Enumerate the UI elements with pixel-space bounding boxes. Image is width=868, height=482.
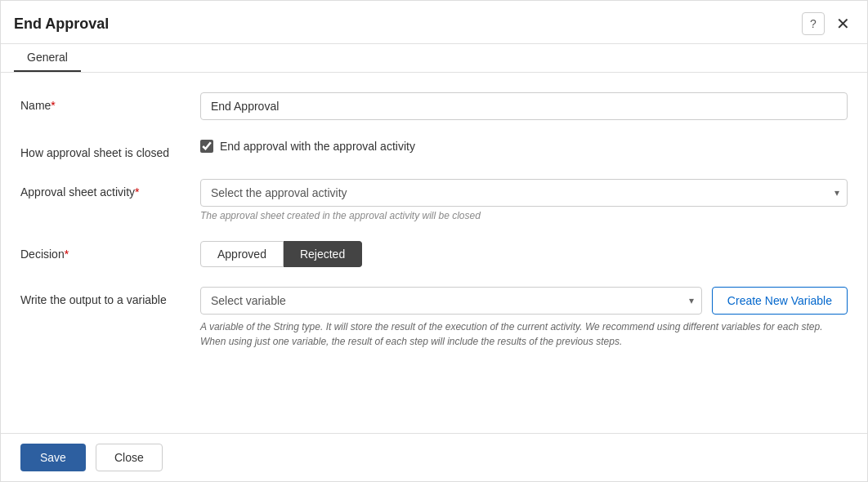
decision-toggle: Approved Rejected bbox=[200, 241, 848, 267]
dialog-header: End Approval ? ✕ bbox=[1, 1, 867, 44]
output-label: Write the output to a variable bbox=[20, 287, 200, 306]
close-button[interactable]: Close bbox=[96, 444, 163, 471]
checkbox-wrapper: End approval with the approval activity bbox=[200, 140, 848, 153]
decision-label: Decision* bbox=[20, 241, 200, 261]
variable-select-wrapper: Select variable ▾ bbox=[200, 287, 702, 315]
rejected-button[interactable]: Rejected bbox=[284, 241, 362, 267]
approval-sheet-row: How approval sheet is closed End approva… bbox=[20, 140, 848, 159]
checkbox-row: End approval with the approval activity bbox=[200, 140, 848, 153]
header-icons: ? ✕ bbox=[802, 12, 854, 35]
approval-activity-wrapper: Select the approval activity ▾ The appro… bbox=[200, 179, 848, 221]
help-button[interactable]: ? bbox=[802, 12, 825, 35]
close-dialog-button[interactable]: ✕ bbox=[831, 12, 854, 35]
tab-general[interactable]: General bbox=[14, 44, 81, 72]
output-wrapper: Select variable ▾ Create New Variable A … bbox=[200, 287, 848, 349]
checkbox-label: End approval with the approval activity bbox=[220, 140, 415, 153]
decision-buttons-wrapper: Approved Rejected bbox=[200, 241, 848, 267]
approval-activity-label: Approval sheet activity* bbox=[20, 179, 200, 199]
variable-select[interactable]: Select variable bbox=[200, 287, 702, 315]
end-approval-dialog: End Approval ? ✕ General Name* How appro… bbox=[0, 0, 868, 482]
tabs-bar: General bbox=[1, 44, 867, 73]
approval-activity-select-wrapper: Select the approval activity ▾ bbox=[200, 179, 848, 207]
name-input[interactable] bbox=[200, 92, 848, 120]
dialog-body: Name* How approval sheet is closed End a… bbox=[1, 73, 867, 433]
approval-sheet-label: How approval sheet is closed bbox=[20, 140, 200, 159]
name-field-wrapper bbox=[200, 92, 848, 120]
output-row: Write the output to a variable Select va… bbox=[20, 287, 848, 349]
dialog-footer: Save Close bbox=[1, 433, 867, 481]
create-variable-button[interactable]: Create New Variable bbox=[712, 287, 848, 315]
name-label: Name* bbox=[20, 92, 200, 112]
dialog-title: End Approval bbox=[14, 16, 109, 33]
approval-activity-select[interactable]: Select the approval activity bbox=[200, 179, 848, 207]
name-row: Name* bbox=[20, 92, 848, 120]
variable-row: Select variable ▾ Create New Variable bbox=[200, 287, 848, 315]
end-approval-checkbox[interactable] bbox=[200, 140, 213, 153]
approved-button[interactable]: Approved bbox=[200, 241, 284, 267]
output-info-text: A variable of the String type. It will s… bbox=[200, 319, 848, 349]
save-button[interactable]: Save bbox=[20, 444, 86, 471]
decision-row: Decision* Approved Rejected bbox=[20, 241, 848, 267]
approval-activity-row: Approval sheet activity* Select the appr… bbox=[20, 179, 848, 221]
approval-activity-hint: The approval sheet created in the approv… bbox=[200, 210, 848, 221]
